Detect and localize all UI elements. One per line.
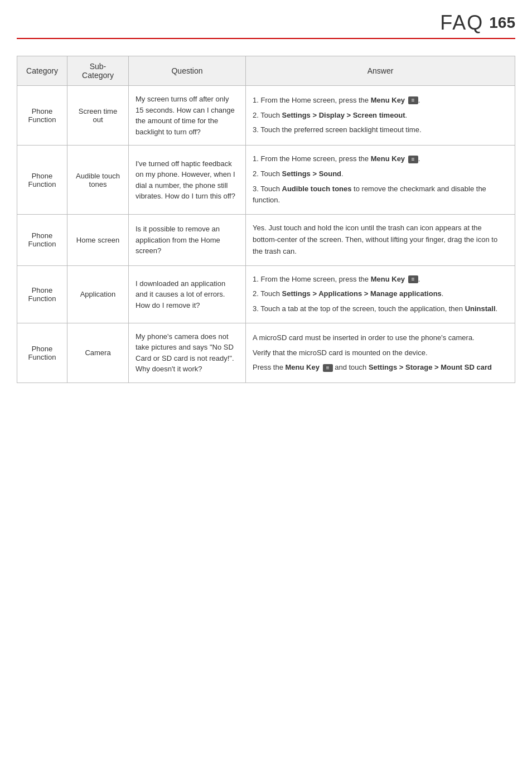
cell-question: I've turned off haptic feedback on my ph… <box>129 146 246 215</box>
answer-paragraph: 2. Touch Settings > Applications > Manag… <box>253 288 508 300</box>
cell-category: Phone Function <box>17 323 67 382</box>
cell-category: Phone Function <box>17 146 67 215</box>
answer-paragraph: Verify that the microSD card is mounted … <box>253 347 508 359</box>
table-row: Phone Function Audible touch tones I've … <box>17 146 515 215</box>
cell-category: Phone Function <box>17 265 67 323</box>
table-row: Phone Function Camera My phone's camera … <box>17 323 515 382</box>
table-row: Phone Function Home screen Is it possibl… <box>17 215 515 265</box>
faq-table: Category Sub-Category Question Answer Ph… <box>17 56 515 383</box>
page-title: FAQ <box>440 11 483 35</box>
menu-key-icon <box>408 96 418 104</box>
answer-paragraph: 3. Touch the preferred screen backlight … <box>253 124 508 136</box>
cell-question: I downloaded an application and it cause… <box>129 265 246 323</box>
answer-paragraph: 2. Touch Settings > Display > Screen tim… <box>253 110 508 122</box>
cell-subcategory: Audible touch tones <box>67 146 129 215</box>
menu-key-icon <box>408 156 418 163</box>
answer-paragraph: Press the Menu Key and touch Settings > … <box>253 362 508 374</box>
cell-question: Is it possible to remove an application … <box>129 215 246 265</box>
cell-answer: A microSD card must be inserted in order… <box>246 323 515 382</box>
table-row: Phone Function Application I downloaded … <box>17 265 515 323</box>
cell-answer: Yes. Just touch and hold the icon until … <box>246 215 515 265</box>
col-header-question: Question <box>129 56 246 86</box>
cell-subcategory: Screen time out <box>67 86 129 146</box>
cell-subcategory: Home screen <box>67 215 129 265</box>
cell-category: Phone Function <box>17 215 67 265</box>
answer-paragraph: 3. Touch a tab at the top of the screen,… <box>253 303 508 315</box>
page-number: 165 <box>489 14 515 32</box>
answer-paragraph: 1. From the Home screen, press the Menu … <box>253 274 508 285</box>
cell-question: My screen turns off after only 15 second… <box>129 86 246 146</box>
page-header: FAQ 165 <box>17 11 515 39</box>
answer-paragraph: 1. From the Home screen, press the Menu … <box>253 153 508 165</box>
table-header-row: Category Sub-Category Question Answer <box>17 56 515 86</box>
cell-subcategory: Camera <box>67 323 129 382</box>
cell-answer: 1. From the Home screen, press the Menu … <box>246 86 515 146</box>
col-header-subcategory: Sub-Category <box>67 56 129 86</box>
table-row: Phone Function Screen time out My screen… <box>17 86 515 146</box>
answer-paragraph: 1. From the Home screen, press the Menu … <box>253 95 508 106</box>
answer-paragraph: Yes. Just touch and hold the icon until … <box>253 222 508 257</box>
cell-subcategory: Application <box>67 265 129 323</box>
cell-answer: 1. From the Home screen, press the Menu … <box>246 265 515 323</box>
menu-key-icon <box>323 364 333 372</box>
cell-question: My phone's camera does not take pictures… <box>129 323 246 382</box>
answer-paragraph: 3. Touch Audible touch tones to remove t… <box>253 183 508 207</box>
cell-category: Phone Function <box>17 86 67 146</box>
cell-answer: 1. From the Home screen, press the Menu … <box>246 146 515 215</box>
answer-paragraph: 2. Touch Settings > Sound. <box>253 168 508 180</box>
answer-paragraph: A microSD card must be inserted in order… <box>253 332 508 344</box>
col-header-category: Category <box>17 56 67 86</box>
menu-key-icon <box>408 275 418 283</box>
col-header-answer: Answer <box>246 56 515 86</box>
